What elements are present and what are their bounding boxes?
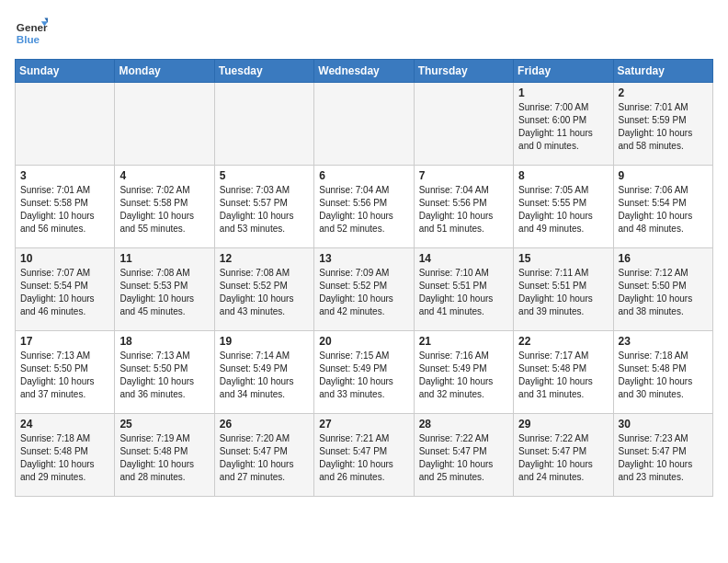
- day-info: Sunrise: 7:01 AM Sunset: 5:58 PM Dayligh…: [20, 184, 109, 236]
- calendar-cell: 15Sunrise: 7:11 AM Sunset: 5:51 PM Dayli…: [514, 248, 613, 331]
- day-number: 1: [518, 86, 608, 99]
- calendar-cell: 3Sunrise: 7:01 AM Sunset: 5:58 PM Daylig…: [16, 166, 115, 248]
- calendar-week-row: 24Sunrise: 7:18 AM Sunset: 5:48 PM Dayli…: [16, 414, 713, 497]
- calendar-cell: 9Sunrise: 7:06 AM Sunset: 5:54 PM Daylig…: [613, 166, 712, 248]
- calendar-cell: 24Sunrise: 7:18 AM Sunset: 5:48 PM Dayli…: [16, 414, 115, 497]
- day-info: Sunrise: 7:04 AM Sunset: 5:56 PM Dayligh…: [419, 184, 508, 236]
- calendar-cell: 23Sunrise: 7:18 AM Sunset: 5:48 PM Dayli…: [613, 331, 712, 414]
- calendar-week-row: 1Sunrise: 7:00 AM Sunset: 6:00 PM Daylig…: [16, 83, 713, 166]
- day-info: Sunrise: 7:00 AM Sunset: 6:00 PM Dayligh…: [518, 101, 608, 153]
- weekday-header-saturday: Saturday: [613, 60, 712, 83]
- day-info: Sunrise: 7:08 AM Sunset: 5:53 PM Dayligh…: [119, 267, 209, 318]
- calendar-week-row: 17Sunrise: 7:13 AM Sunset: 5:50 PM Dayli…: [16, 331, 713, 414]
- day-number: 21: [419, 335, 508, 348]
- calendar-cell: 22Sunrise: 7:17 AM Sunset: 5:48 PM Dayli…: [514, 331, 613, 414]
- calendar-cell: 13Sunrise: 7:09 AM Sunset: 5:52 PM Dayli…: [314, 248, 414, 331]
- day-info: Sunrise: 7:06 AM Sunset: 5:54 PM Dayligh…: [619, 184, 708, 236]
- logo-icon: General Blue: [15, 15, 48, 48]
- day-info: Sunrise: 7:11 AM Sunset: 5:51 PM Dayligh…: [518, 267, 608, 318]
- weekday-header-sunday: Sunday: [16, 60, 115, 83]
- calendar-cell: 21Sunrise: 7:16 AM Sunset: 5:49 PM Dayli…: [414, 331, 513, 414]
- day-number: 10: [20, 252, 109, 265]
- header: General Blue: [15, 15, 713, 48]
- day-number: 2: [619, 86, 708, 99]
- logo: General Blue: [15, 15, 48, 48]
- calendar-cell: 25Sunrise: 7:19 AM Sunset: 5:48 PM Dayli…: [115, 414, 214, 497]
- calendar-cell: 19Sunrise: 7:14 AM Sunset: 5:49 PM Dayli…: [214, 331, 313, 414]
- day-number: 29: [518, 418, 608, 431]
- day-info: Sunrise: 7:08 AM Sunset: 5:52 PM Dayligh…: [220, 267, 309, 318]
- day-number: 25: [119, 418, 209, 431]
- weekday-header-friday: Friday: [514, 60, 613, 83]
- calendar-cell: [115, 83, 214, 166]
- calendar-cell: 2Sunrise: 7:01 AM Sunset: 5:59 PM Daylig…: [613, 83, 712, 166]
- day-info: Sunrise: 7:20 AM Sunset: 5:47 PM Dayligh…: [220, 432, 309, 484]
- day-number: 20: [319, 335, 408, 348]
- day-number: 27: [319, 418, 408, 431]
- calendar-cell: 27Sunrise: 7:21 AM Sunset: 5:47 PM Dayli…: [314, 414, 414, 497]
- day-number: 16: [619, 252, 708, 265]
- svg-text:Blue: Blue: [17, 33, 40, 45]
- calendar-cell: 11Sunrise: 7:08 AM Sunset: 5:53 PM Dayli…: [115, 248, 214, 331]
- calendar-cell: 10Sunrise: 7:07 AM Sunset: 5:54 PM Dayli…: [16, 248, 115, 331]
- weekday-header-wednesday: Wednesday: [314, 60, 414, 83]
- weekday-header-thursday: Thursday: [414, 60, 513, 83]
- day-info: Sunrise: 7:04 AM Sunset: 5:56 PM Dayligh…: [319, 184, 408, 236]
- calendar-cell: 5Sunrise: 7:03 AM Sunset: 5:57 PM Daylig…: [214, 166, 313, 248]
- day-info: Sunrise: 7:10 AM Sunset: 5:51 PM Dayligh…: [419, 267, 508, 318]
- day-info: Sunrise: 7:18 AM Sunset: 5:48 PM Dayligh…: [619, 350, 708, 401]
- day-number: 28: [419, 418, 508, 431]
- day-number: 4: [119, 169, 209, 182]
- day-number: 7: [419, 169, 508, 182]
- day-info: Sunrise: 7:16 AM Sunset: 5:49 PM Dayligh…: [419, 350, 508, 401]
- calendar-cell: 30Sunrise: 7:23 AM Sunset: 5:47 PM Dayli…: [613, 414, 712, 497]
- calendar-cell: [414, 83, 513, 166]
- calendar-cell: 1Sunrise: 7:00 AM Sunset: 6:00 PM Daylig…: [514, 83, 613, 166]
- calendar-cell: [16, 83, 115, 166]
- calendar-header: SundayMondayTuesdayWednesdayThursdayFrid…: [16, 60, 713, 83]
- day-number: 24: [20, 418, 109, 431]
- calendar-cell: 8Sunrise: 7:05 AM Sunset: 5:55 PM Daylig…: [514, 166, 613, 248]
- calendar-cell: 26Sunrise: 7:20 AM Sunset: 5:47 PM Dayli…: [214, 414, 313, 497]
- calendar-week-row: 3Sunrise: 7:01 AM Sunset: 5:58 PM Daylig…: [16, 166, 713, 248]
- day-info: Sunrise: 7:07 AM Sunset: 5:54 PM Dayligh…: [20, 267, 109, 318]
- calendar-cell: 14Sunrise: 7:10 AM Sunset: 5:51 PM Dayli…: [414, 248, 513, 331]
- weekday-header-monday: Monday: [115, 60, 214, 83]
- calendar-cell: 28Sunrise: 7:22 AM Sunset: 5:47 PM Dayli…: [414, 414, 513, 497]
- day-info: Sunrise: 7:02 AM Sunset: 5:58 PM Dayligh…: [119, 184, 209, 236]
- day-info: Sunrise: 7:03 AM Sunset: 5:57 PM Dayligh…: [220, 184, 309, 236]
- day-info: Sunrise: 7:22 AM Sunset: 5:47 PM Dayligh…: [419, 432, 508, 484]
- day-info: Sunrise: 7:21 AM Sunset: 5:47 PM Dayligh…: [319, 432, 408, 484]
- calendar-cell: 6Sunrise: 7:04 AM Sunset: 5:56 PM Daylig…: [314, 166, 414, 248]
- calendar-cell: [214, 83, 313, 166]
- day-number: 23: [619, 335, 708, 348]
- day-number: 26: [220, 418, 309, 431]
- day-number: 30: [619, 418, 708, 431]
- day-number: 6: [319, 169, 408, 182]
- day-number: 12: [220, 252, 309, 265]
- calendar-cell: 16Sunrise: 7:12 AM Sunset: 5:50 PM Dayli…: [613, 248, 712, 331]
- calendar-body: 1Sunrise: 7:00 AM Sunset: 6:00 PM Daylig…: [16, 83, 713, 497]
- day-info: Sunrise: 7:13 AM Sunset: 5:50 PM Dayligh…: [20, 350, 109, 401]
- day-number: 18: [119, 335, 209, 348]
- day-number: 8: [518, 169, 608, 182]
- day-number: 22: [518, 335, 608, 348]
- day-number: 13: [319, 252, 408, 265]
- day-number: 19: [220, 335, 309, 348]
- day-number: 14: [419, 252, 508, 265]
- weekday-header-tuesday: Tuesday: [214, 60, 313, 83]
- day-number: 5: [220, 169, 309, 182]
- day-number: 9: [619, 169, 708, 182]
- day-info: Sunrise: 7:19 AM Sunset: 5:48 PM Dayligh…: [119, 432, 209, 484]
- calendar-table: SundayMondayTuesdayWednesdayThursdayFrid…: [15, 59, 713, 497]
- calendar-cell: 17Sunrise: 7:13 AM Sunset: 5:50 PM Dayli…: [16, 331, 115, 414]
- calendar-cell: 4Sunrise: 7:02 AM Sunset: 5:58 PM Daylig…: [115, 166, 214, 248]
- day-info: Sunrise: 7:18 AM Sunset: 5:48 PM Dayligh…: [20, 432, 109, 484]
- calendar-week-row: 10Sunrise: 7:07 AM Sunset: 5:54 PM Dayli…: [16, 248, 713, 331]
- calendar-cell: [314, 83, 414, 166]
- calendar-cell: 18Sunrise: 7:13 AM Sunset: 5:50 PM Dayli…: [115, 331, 214, 414]
- day-number: 11: [119, 252, 209, 265]
- calendar-cell: 12Sunrise: 7:08 AM Sunset: 5:52 PM Dayli…: [214, 248, 313, 331]
- calendar-cell: 29Sunrise: 7:22 AM Sunset: 5:47 PM Dayli…: [514, 414, 613, 497]
- day-info: Sunrise: 7:05 AM Sunset: 5:55 PM Dayligh…: [518, 184, 608, 236]
